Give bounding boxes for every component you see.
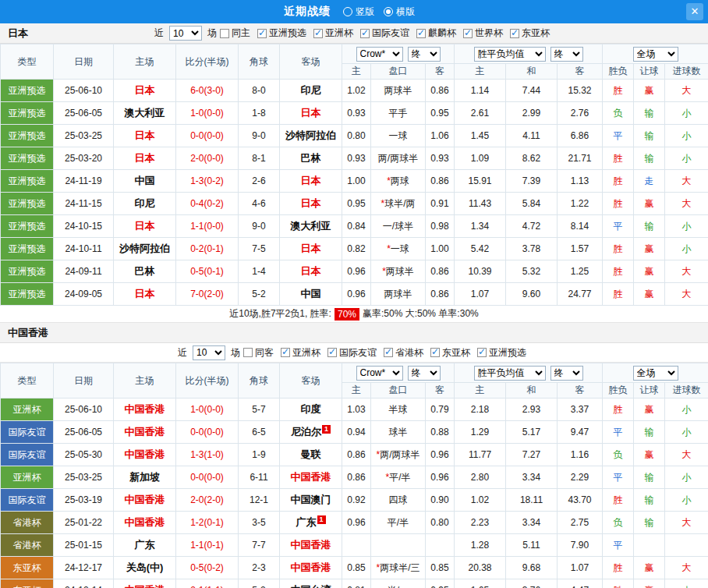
home-team: 新加坡 (114, 466, 176, 489)
away-team: 日本 (280, 193, 342, 215)
final-odds-select[interactable]: 终 (408, 366, 441, 381)
home-handicap-odds: 1.03 (342, 398, 371, 421)
filter-checkbox-3[interactable]: 省港杯 (384, 346, 423, 360)
wdl-avg-select[interactable]: 胜平负均值 (474, 47, 546, 62)
result-wdl: 胜 (603, 147, 634, 170)
home-handicap-odds: 0.94 (342, 421, 371, 444)
away-team: 印尼 (280, 80, 342, 102)
rank-badge: 1 (317, 515, 326, 524)
result-handicap: 赢 (634, 398, 665, 421)
handicap-line: *两/两球半 (371, 444, 426, 466)
wdl-avg-select[interactable]: 胜平负均值 (474, 366, 546, 381)
result-goals: 小 (665, 579, 708, 588)
away-handicap-odds: 0.93 (426, 147, 455, 170)
result-wdl: 胜 (603, 489, 634, 512)
recent-count-select[interactable]: 10 (169, 26, 202, 41)
filter-checkbox-5[interactable]: 世界杯 (463, 27, 503, 40)
col-header-date: 日期 (54, 363, 114, 398)
filter-checkbox-2[interactable]: 国际友谊 (327, 346, 377, 360)
away-team: 巴林 (280, 147, 342, 170)
match-date: 25-06-05 (54, 102, 114, 125)
match-row: 东亚杯24-12-17关岛(中)0-5(0-2)2-3中国香港0.85*两球半/… (1, 557, 708, 579)
result-wdl: 负 (603, 102, 634, 125)
result-handicap: 输 (634, 147, 665, 170)
draw-odds: 18.11 (506, 489, 558, 512)
corner-score: 7-7 (239, 534, 280, 557)
filter-checkbox-4[interactable]: 东亚杯 (430, 346, 470, 360)
final-odds-select[interactable]: 终 (550, 47, 583, 62)
sub-header: 和 (506, 64, 558, 80)
handicap-line: 两球半 (371, 80, 426, 102)
match-date: 24-10-15 (54, 215, 114, 238)
lose-odds: 15.32 (558, 80, 603, 102)
match-row: 亚洲预选25-06-05澳大利亚1-0(0-0)1-8日本0.93平手0.952… (1, 102, 708, 125)
filter-checkbox-0[interactable]: 同主 (220, 27, 250, 40)
close-icon[interactable]: ✕ (686, 3, 703, 20)
filter-checkbox-3[interactable]: 国际友谊 (360, 27, 409, 40)
col-header-type: 类型 (1, 363, 54, 398)
result-goals: 大 (665, 512, 708, 534)
filter-checkbox-0[interactable]: 同客 (243, 346, 274, 360)
draw-odds: 5.17 (506, 421, 558, 444)
result-goals: 小 (665, 421, 708, 444)
match-date: 24-11-19 (54, 170, 114, 193)
final-odds-select[interactable]: 终 (550, 366, 583, 381)
home-handicap-odds: 0.96 (342, 283, 371, 306)
filter-bar: 近10场同主亚洲预选亚洲杯国际友谊麒麟杯世界杯东亚杯 (0, 23, 708, 43)
match-type-badge: 亚洲预选 (1, 260, 54, 283)
draw-odds: 5.32 (506, 260, 558, 283)
result-handicap: 走 (634, 170, 665, 193)
matches-table: 类型日期主场比分(半场)角球客场Crow*终胜平负均值终全场主盘口客主和客胜负让… (0, 363, 708, 588)
win-odds: 10.39 (455, 260, 506, 283)
home-team: 日本 (114, 125, 176, 147)
layout-radio-horizontal[interactable]: 横版 (384, 5, 415, 19)
draw-odds: 2.93 (506, 398, 558, 421)
lose-odds: 6.86 (558, 125, 603, 147)
win-odds: 1.29 (455, 421, 506, 444)
filter-checkbox-2[interactable]: 亚洲杯 (313, 27, 353, 40)
handicap-line: *一球 (371, 238, 426, 260)
final-odds-select[interactable]: 终 (408, 47, 441, 62)
match-date: 24-10-11 (54, 238, 114, 260)
lose-odds: 43.70 (558, 489, 603, 512)
result-handicap: 赢 (634, 193, 665, 215)
bookmaker-select[interactable]: Crow* (356, 366, 403, 381)
lose-odds: 24.77 (558, 283, 603, 306)
corner-score: 2-3 (239, 557, 280, 579)
result-goals: 小 (665, 398, 708, 421)
match-score: 1-1(0-1) (176, 534, 239, 557)
result-wdl: 胜 (603, 260, 634, 283)
home-handicap-odds: 1.00 (342, 170, 371, 193)
layout-radio-vertical[interactable]: 竖版 (343, 5, 374, 19)
recent-count-select[interactable]: 10 (193, 345, 225, 360)
win-odds: 11.43 (455, 193, 506, 215)
filter-checkbox-6[interactable]: 东亚杯 (510, 27, 550, 40)
filter-checkbox-5[interactable]: 亚洲预选 (477, 346, 526, 360)
bookmaker-select[interactable]: Crow* (356, 47, 403, 62)
filter-label: 东亚杯 (522, 27, 550, 40)
filter-checkbox-4[interactable]: 麒麟杯 (416, 27, 456, 40)
home-handicap-odds: 0.81 (342, 579, 371, 588)
filter-checkbox-1[interactable]: 亚洲预选 (257, 27, 306, 40)
section-header: 中国香港 (0, 323, 708, 343)
away-handicap-odds: 0.86 (426, 80, 455, 102)
scope-select[interactable]: 全场 (633, 47, 678, 62)
team-section: 日本 近10场同主亚洲预选亚洲杯国际友谊麒麟杯世界杯东亚杯 类型日期主场比分(半… (0, 23, 708, 323)
lose-odds: 3.37 (558, 398, 603, 421)
sub-header: 胜负 (603, 64, 634, 80)
scope-select[interactable]: 全场 (633, 366, 678, 381)
corner-score: 7-5 (239, 238, 280, 260)
sub-header: 主 (342, 64, 371, 80)
home-team: 中国香港 (114, 421, 176, 444)
sub-header: 主 (455, 383, 506, 398)
filter-label: 东亚杯 (442, 346, 470, 360)
handicap-line: *两球 (371, 170, 426, 193)
filter-checkbox-1[interactable]: 亚洲杯 (281, 346, 320, 360)
checkbox-icon (327, 348, 337, 357)
match-score: 2-0(2-0) (176, 489, 239, 512)
corner-score: 6-11 (239, 466, 280, 489)
home-team: 广东 (114, 534, 176, 557)
result-wdl: 平 (603, 215, 634, 238)
checkbox-icon (360, 29, 370, 38)
win-odds: 1.45 (455, 125, 506, 147)
